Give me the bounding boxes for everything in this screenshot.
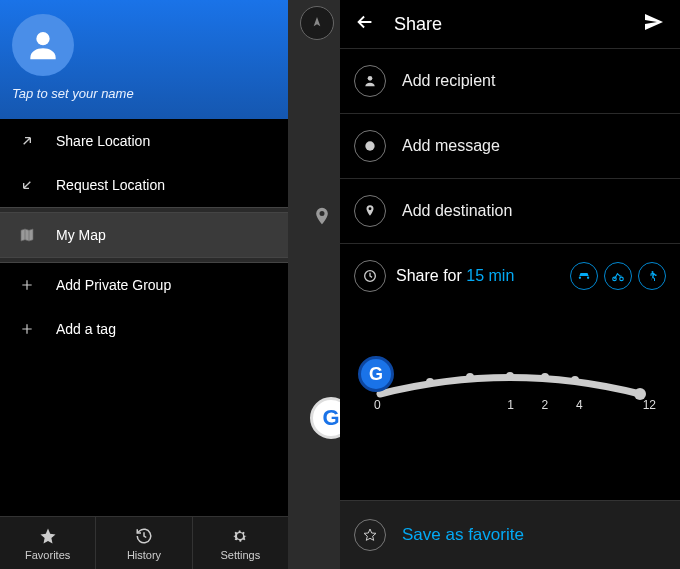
svg-point-1 [368,76,373,81]
svg-point-7 [426,378,434,386]
nav-history[interactable]: History [96,517,192,569]
share-for-value: 15 min [466,267,514,284]
compass-icon [309,15,325,31]
share-for-label: Share for 15 min [396,267,514,285]
back-arrow-icon [354,11,376,33]
map-icon [18,227,36,243]
compass-button[interactable] [300,6,334,40]
save-fav-label: Save as favorite [402,525,524,545]
mode-car[interactable] [570,262,598,290]
menu-label: Add Private Group [56,277,171,293]
mode-icons [570,262,666,290]
send-button[interactable] [642,10,666,38]
person-icon [354,65,386,97]
menu-label: Request Location [56,177,165,193]
message-icon [354,130,386,162]
add-message-row[interactable]: Add message [340,113,680,178]
menu-add-private-group[interactable]: Add Private Group [0,263,288,307]
location-icon [354,195,386,227]
back-button[interactable] [354,11,376,37]
star-icon [39,527,57,545]
arrow-out-icon [18,133,36,149]
slider-handle[interactable]: G [358,356,394,392]
row-label: Add destination [402,202,512,220]
star-outline-icon [354,519,386,551]
map-sliver: G [288,0,340,569]
profile-block[interactable]: Tap to set your name [0,0,288,119]
person-icon [24,26,62,64]
clock-icon [354,260,386,292]
left-drawer: Tap to set your name Share Location Requ… [0,0,288,569]
svg-point-2 [365,141,374,150]
share-header: Share [340,0,680,48]
plus-icon [18,322,36,336]
map-pin-icon [312,204,332,232]
menu-request-location[interactable]: Request Location [0,163,288,207]
nav-label: Favorites [25,549,70,561]
menu-my-map[interactable]: My Map [0,213,288,257]
row-label: Add message [402,137,500,155]
avatar[interactable] [12,14,74,76]
menu-label: Share Location [56,133,150,149]
slider-tick-2: 2 [542,398,549,412]
add-destination-row[interactable]: Add destination [340,178,680,243]
slider-tick-1: 1 [507,398,514,412]
slider-tick-0: 0 [374,398,381,412]
slider-tick-12: 12 [643,398,656,412]
share-for-prefix: Share for [396,267,466,284]
menu-list: Share Location Request Location My Map A… [0,119,288,516]
svg-point-6 [652,271,654,273]
menu-label: Add a tag [56,321,116,337]
svg-point-8 [466,373,474,381]
history-icon [135,527,153,545]
share-for-row: Share for 15 min [340,243,680,308]
svg-point-9 [506,372,514,380]
share-panel: Share Add recipient Add message Add dest… [340,0,680,569]
g-badge[interactable]: G [310,397,340,439]
slider-tick-4: 4 [576,398,583,412]
svg-point-11 [571,376,579,384]
mode-bike[interactable] [604,262,632,290]
plus-icon [18,278,36,292]
nav-favorites[interactable]: Favorites [0,517,96,569]
duration-slider[interactable]: G 0 1 2 4 12 [340,308,680,438]
svg-point-0 [36,32,49,45]
menu-share-location[interactable]: Share Location [0,119,288,163]
share-title: Share [394,14,624,35]
arrow-in-icon [18,177,36,193]
menu-add-tag[interactable]: Add a tag [0,307,288,351]
bottom-nav: Favorites History Settings [0,516,288,569]
svg-point-5 [620,277,624,281]
row-label: Add recipient [402,72,495,90]
svg-point-10 [541,373,549,381]
mode-walk[interactable] [638,262,666,290]
gear-icon [231,527,249,545]
send-icon [642,10,666,34]
tap-to-set-name[interactable]: Tap to set your name [12,86,276,101]
menu-label: My Map [56,227,106,243]
add-recipient-row[interactable]: Add recipient [340,48,680,113]
save-as-favorite[interactable]: Save as favorite [340,500,680,569]
nav-label: History [127,549,161,561]
nav-label: Settings [220,549,260,561]
nav-settings[interactable]: Settings [193,517,288,569]
